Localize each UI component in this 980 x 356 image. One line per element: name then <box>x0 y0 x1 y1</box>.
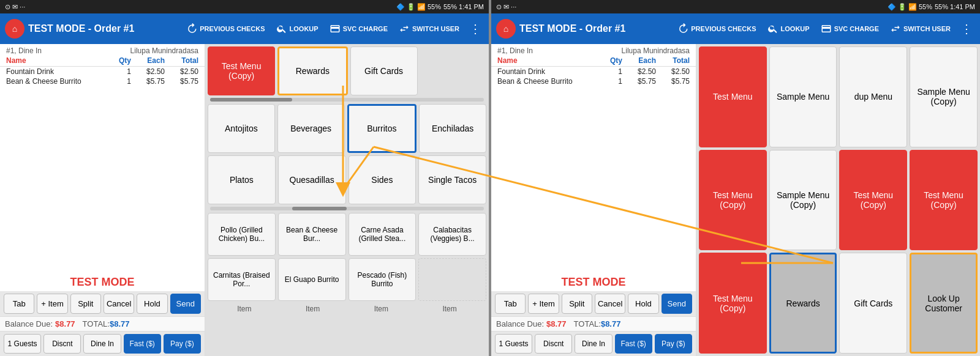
lookup-button[interactable]: LOOKUP <box>273 21 322 37</box>
screen-1: ⊙ ✉ ··· 🔷 🔋 📶 55% 55% 1:41 PM ⌂ TEST MOD… <box>0 0 489 356</box>
menu-single-tacos[interactable]: Single Tacos <box>418 155 486 204</box>
discount-button-2[interactable]: Discnt <box>535 334 572 354</box>
item-qty: 1 <box>598 67 622 76</box>
hold-button[interactable]: Hold <box>137 294 167 314</box>
order-header-1: #1, Dine In Lilupa Munindradasa Name Qty… <box>0 44 205 67</box>
app-icon: ⊙ ✉ ··· <box>5 3 25 11</box>
more-menu-button-2[interactable]: ⋮ <box>958 21 975 36</box>
tab-button-2[interactable]: Tab <box>495 294 526 314</box>
menu-pollo[interactable]: Pollo (Grilled Chicken) Bu... <box>208 213 276 256</box>
col-name-2: Name <box>497 56 598 65</box>
order-item-2-1[interactable]: Bean & Cheese Burrito 1 $5.75 $5.75 <box>497 76 690 86</box>
total-label-2: TOTAL: <box>574 319 601 328</box>
switch-user-icon <box>399 23 410 34</box>
status-right: 🔷 🔋 📶 55% 55% 1:41 PM <box>396 3 484 11</box>
add-item-button-2[interactable]: + Item <box>528 294 559 314</box>
menu-rewards[interactable]: Rewards <box>277 46 347 95</box>
top-nav-1: ⌂ TEST MODE - Order #1 PREVIOUS CHECKS L… <box>0 13 489 44</box>
menu-test-menu-copy[interactable]: Test Menu (Copy) <box>208 46 275 95</box>
menu-sample-copy-r2-2[interactable]: Sample Menu (Copy) <box>769 150 837 251</box>
hold-button-2[interactable]: Hold <box>628 294 658 314</box>
connectivity-icons-2: 🔷 🔋 📶 55% <box>888 3 932 11</box>
dine-in-button-2[interactable]: Dine In <box>575 334 612 354</box>
menu-test-menu-2[interactable]: Test Menu <box>699 46 767 147</box>
menu-platos[interactable]: Platos <box>208 155 276 204</box>
fast-button-2[interactable]: Fast ($) <box>615 334 652 354</box>
balance-bar-1: Balance Due: $8.77 TOTAL: $8.77 <box>0 316 205 331</box>
menu-item-row-1: Pollo (Grilled Chicken) Bu... Bean & Che… <box>208 213 486 256</box>
menu-cat-row-1: Antojitos Beverages Burritos Enchiladas <box>208 104 486 153</box>
menu-look-up-customer[interactable]: Look Up Customer <box>910 253 978 354</box>
discount-button[interactable]: Discnt <box>43 334 81 354</box>
main-area-1: #1, Dine In Lilupa Munindradasa Name Qty… <box>0 44 489 356</box>
menu-bean-cheese[interactable]: Bean & Cheese Bur... <box>278 213 346 256</box>
order-items-1: Fountain Drink 1 $2.50 $2.50 Bean & Chee… <box>0 67 205 271</box>
order-item-1[interactable]: Bean & Cheese Burrito 1 $5.75 $5.75 <box>6 76 198 86</box>
lookup-icon <box>276 23 287 34</box>
menu-gift-cards-2[interactable]: Gift Cards <box>839 253 907 354</box>
guests-button[interactable]: 1 Guests <box>4 334 41 354</box>
order-meta-right-2: Lilupa Munindradasa <box>622 46 690 55</box>
scrollbar-1[interactable] <box>210 98 484 102</box>
menu-dup-menu-2[interactable]: dup Menu <box>839 46 907 147</box>
send-button-2[interactable]: Send <box>662 294 692 314</box>
fast-button[interactable]: Fast ($) <box>124 334 161 354</box>
item-total: $2.50 <box>165 67 198 76</box>
pay-button-2[interactable]: Pay ($) <box>655 334 692 354</box>
previous-checks-button-2[interactable]: PREVIOUS CHECKS <box>674 21 760 37</box>
order-item-2-0[interactable]: Fountain Drink 1 $2.50 $2.50 <box>497 67 690 76</box>
menu-burritos[interactable]: Burritos <box>347 104 417 153</box>
menu-test-copy-r2c4-2[interactable]: Test Menu (Copy) <box>910 150 978 251</box>
add-item-button[interactable]: + Item <box>37 294 67 314</box>
menu-gift-cards[interactable]: Gift Cards <box>350 46 418 95</box>
scrollbar-2[interactable] <box>210 207 484 210</box>
menu-quesadillas[interactable]: Quesadillas <box>278 155 346 204</box>
pay-button[interactable]: Pay ($) <box>164 334 201 354</box>
menu-sides[interactable]: Sides <box>349 155 417 204</box>
menu-el-guapo[interactable]: El Guapo Burrito <box>278 258 346 301</box>
menu-rewards-2[interactable]: Rewards <box>769 253 837 354</box>
menu-test-copy-r3-2[interactable]: Test Menu (Copy) <box>699 253 767 354</box>
svc-charge-button-2[interactable]: SVC CHARGE <box>817 21 883 37</box>
menu-enchiladas[interactable]: Enchiladas <box>419 104 486 153</box>
tab-button[interactable]: Tab <box>4 294 34 314</box>
time-2: 55% 1:41 PM <box>935 3 975 10</box>
switch-user-icon-2 <box>890 23 901 34</box>
menu-sample-menu-2[interactable]: Sample Menu <box>769 46 837 147</box>
menu-beverages[interactable]: Beverages <box>277 104 345 153</box>
menu-calabacitas[interactable]: Calabacitas (Veggies) B... <box>418 213 486 256</box>
menu-pescado[interactable]: Pescado (Fish) Burrito <box>349 258 417 301</box>
item-qty: 1 <box>107 67 131 76</box>
previous-checks-button[interactable]: PREVIOUS CHECKS <box>183 21 268 37</box>
split-button-2[interactable]: Split <box>562 294 592 314</box>
item-label-row: Item Item Item Item <box>208 303 486 314</box>
guests-button-2[interactable]: 1 Guests <box>495 334 532 354</box>
balance-bar-2: Balance Due: $8.77 TOTAL: $8.77 <box>491 316 696 331</box>
cancel-button[interactable]: Cancel <box>104 294 134 314</box>
menu-test-copy-r2-2[interactable]: Test Menu (Copy) <box>699 150 767 251</box>
order-items-2: Fountain Drink 1 $2.50 $2.50 Bean & Chee… <box>491 67 696 271</box>
menu-carne-asada[interactable]: Carne Asada (Grilled Stea... <box>349 213 417 256</box>
dine-in-button[interactable]: Dine In <box>83 334 121 354</box>
cancel-button-2[interactable]: Cancel <box>595 294 625 314</box>
order-item-0[interactable]: Fountain Drink 1 $2.50 $2.50 <box>6 67 198 76</box>
item-total: $5.75 <box>656 77 690 86</box>
switch-user-button-2[interactable]: SWITCH USER <box>886 21 954 37</box>
split-button[interactable]: Split <box>70 294 101 314</box>
col-each-2: Each <box>622 56 656 65</box>
action-buttons-2: Tab + Item Split Cancel Hold Send <box>491 291 696 316</box>
order-meta-left-2: #1, Dine In <box>497 46 533 55</box>
top-nav-2: ⌂ TEST MODE - Order #1 PREVIOUS CHECKS L… <box>491 13 980 44</box>
menu-test-copy-r2c3-2[interactable]: Test Menu (Copy) <box>839 150 907 251</box>
switch-user-button[interactable]: SWITCH USER <box>395 21 463 37</box>
send-button[interactable]: Send <box>170 294 201 314</box>
menu-carnitas[interactable]: Carnitas (Braised Por... <box>208 258 276 301</box>
menu-antojitos[interactable]: Antojitos <box>208 104 275 153</box>
menu-sample-copy-2[interactable]: Sample Menu (Copy) <box>910 46 978 147</box>
col-total-2: Total <box>656 56 690 65</box>
lookup-button-2[interactable]: LOOKUP <box>764 21 813 37</box>
svc-charge-button[interactable]: SVC CHARGE <box>326 21 391 37</box>
more-menu-button[interactable]: ⋮ <box>467 21 484 36</box>
nav-title: TEST MODE - Order #1 <box>28 23 179 34</box>
col-total: Total <box>165 56 198 65</box>
